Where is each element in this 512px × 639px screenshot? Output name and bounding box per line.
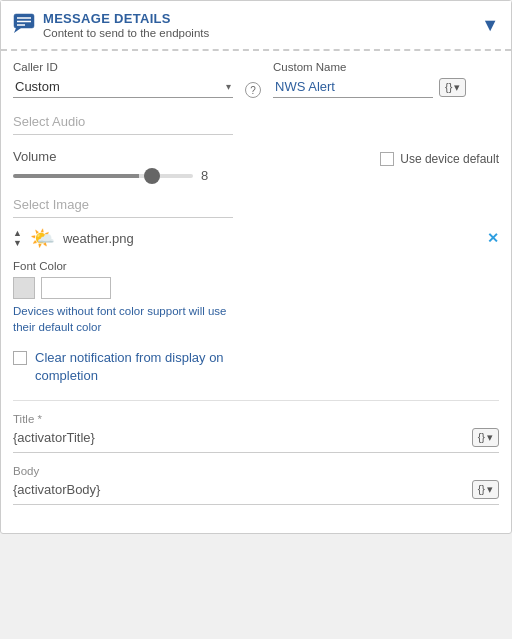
select-audio-group: Select Audio [13,114,499,135]
use-device-default-label: Use device default [400,152,499,166]
select-image-label[interactable]: Select Image [13,197,233,218]
slider-value: 8 [201,168,208,183]
title-variable-btn-arrow: ▾ [487,431,493,444]
panel-header: MESSAGE DETAILS Content to send to the e… [1,1,511,51]
volume-header: Volume Use device default [13,149,499,168]
caller-id-select[interactable]: Custom ▾ [13,76,233,98]
font-color-label: Font Color [13,260,499,272]
title-field-row: {activatorTitle} {} ▾ [13,428,499,453]
caller-id-dropdown-arrow[interactable]: ▾ [226,81,231,92]
use-device-default-checkbox[interactable] [380,152,394,166]
panel-body: Caller ID Custom ▾ ? Custom Name {} ▾ [1,51,511,533]
sort-down-arrow[interactable]: ▼ [13,239,22,248]
custom-name-variable-btn[interactable]: {} ▾ [439,78,466,97]
custom-name-group: Custom Name {} ▾ [273,61,499,98]
clear-notification-label: Clear notification from display on compl… [35,349,235,385]
color-swatch[interactable] [13,277,35,299]
custom-name-row: {} ▾ [273,76,499,98]
caller-id-group: Caller ID Custom ▾ [13,61,233,98]
image-row: ▲ ▼ 🌤️ weather.png ✕ [13,226,499,250]
body-variable-btn-label: {} [478,483,485,495]
svg-marker-1 [14,28,21,33]
title-variable-btn[interactable]: {} ▾ [472,428,499,447]
font-color-row [13,277,499,299]
select-image-section: Select Image ▲ ▼ 🌤️ weather.png ✕ [13,197,499,250]
select-audio-label[interactable]: Select Audio [13,114,233,135]
clear-notification-checkbox[interactable] [13,351,27,365]
title-field-label: Title * [13,413,499,425]
panel-title: MESSAGE DETAILS [43,11,209,26]
clear-notification-row: Clear notification from display on compl… [13,349,499,385]
body-field-section: Body {activatorBody} {} ▾ [13,465,499,505]
sort-up-arrow[interactable]: ▲ [13,229,22,238]
use-device-default: Use device default [380,152,499,166]
caller-id-label: Caller ID [13,61,233,73]
volume-section: Volume Use device default 8 [13,149,499,183]
message-details-panel: MESSAGE DETAILS Content to send to the e… [0,0,512,534]
color-input-box[interactable] [41,277,111,299]
divider [13,400,499,401]
clear-notification-section: Clear notification from display on compl… [13,349,499,385]
font-color-note: Devices without font color support will … [13,303,233,335]
body-variable-btn[interactable]: {} ▾ [472,480,499,499]
slider-row: 8 [13,168,499,183]
variable-btn-label: {} [445,81,452,93]
title-variable-btn-label: {} [478,431,485,443]
body-field-value: {activatorBody} [13,482,100,497]
message-icon [13,13,35,35]
body-variable-btn-arrow: ▾ [487,483,493,496]
panel-subtitle: Content to send to the endpoints [43,27,209,39]
variable-btn-arrow: ▾ [454,81,460,94]
caller-id-value: Custom [15,79,222,94]
help-icon-text: ? [250,85,256,96]
custom-name-label: Custom Name [273,61,499,73]
caller-id-row: Caller ID Custom ▾ ? Custom Name {} ▾ [13,61,499,98]
title-field-value: {activatorTitle} [13,430,95,445]
volume-label: Volume [13,149,56,164]
help-icon[interactable]: ? [245,82,261,98]
custom-name-input[interactable] [273,76,433,98]
panel-header-text: MESSAGE DETAILS Content to send to the e… [43,11,209,39]
body-field-label: Body [13,465,499,477]
sort-arrows[interactable]: ▲ ▼ [13,229,22,248]
title-field-section: Title * {activatorTitle} {} ▾ [13,413,499,453]
panel-header-left: MESSAGE DETAILS Content to send to the e… [13,11,209,39]
remove-image-icon[interactable]: ✕ [487,230,499,246]
volume-slider[interactable] [13,174,193,178]
image-name: weather.png [63,231,479,246]
font-color-section: Font Color Devices without font color su… [13,260,499,335]
collapse-icon[interactable]: ▼ [481,15,499,36]
weather-icon: 🌤️ [30,226,55,250]
body-field-row: {activatorBody} {} ▾ [13,480,499,505]
